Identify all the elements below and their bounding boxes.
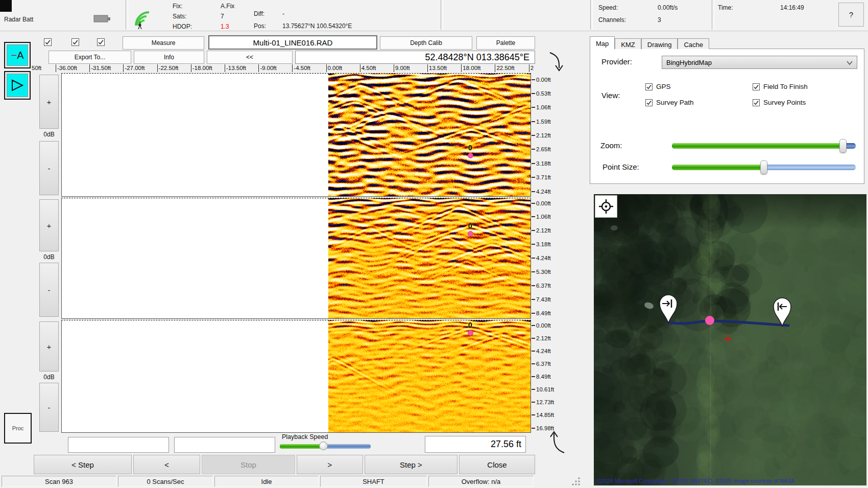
channel-1-gain-plus-button[interactable]: +: [39, 75, 59, 129]
depth-calib-button[interactable]: Depth Calib: [380, 36, 472, 50]
radargram-channel-1: [328, 74, 531, 196]
view-option-label: Field To Finish: [763, 83, 808, 90]
chevron-down-icon: [846, 60, 853, 66]
coordinates-display[interactable]: 52.48428°N 013.38645°E: [295, 51, 535, 64]
view-option-checkbox[interactable]: Field To Finish: [753, 83, 857, 90]
position-display[interactable]: 27.56 ft: [425, 436, 526, 453]
help-button[interactable]: ?: [838, 3, 864, 27]
slider-thumb[interactable]: [839, 139, 847, 153]
view-option-label: Survey Path: [656, 99, 694, 106]
play-back-button[interactable]: <: [133, 455, 200, 474]
step-back-button[interactable]: < Step: [34, 455, 132, 474]
collapse-button[interactable]: <<: [207, 51, 293, 64]
channel-3-gain-value: 0dB: [39, 374, 59, 382]
gps-position-cross: [724, 335, 732, 342]
distance-tick-label: -27.00ft: [123, 64, 157, 72]
view-option-checkbox[interactable]: Survey Points: [753, 99, 857, 106]
view-option-checkbox[interactable]: GPS: [645, 83, 753, 90]
radar-panel-channel-3: [61, 320, 531, 433]
target-marker-channel-2: 0: [466, 223, 475, 237]
palette-button[interactable]: Palette: [476, 36, 535, 50]
channel-1-gain-minus-button[interactable]: -: [39, 141, 59, 195]
target-marker-channel-1: 0: [466, 145, 475, 158]
step-forward-button[interactable]: Step >: [365, 455, 457, 474]
survey-point-dot[interactable]: [705, 316, 714, 325]
slider-thumb[interactable]: [319, 441, 328, 450]
play-button[interactable]: [4, 71, 31, 100]
depth-scale-channel-2: 0.00ft1.06ft2.12ft3.18ft4.24ft5.30ft6.37…: [532, 200, 562, 316]
jump-down-arrow[interactable]: [548, 51, 567, 75]
point-size-slider[interactable]: [672, 165, 856, 170]
slider-thumb[interactable]: [760, 160, 767, 174]
checkbox-icon: [753, 99, 760, 106]
depth-tick-label: 3.18ft: [532, 241, 562, 248]
depth-tick-label: 3.71ft: [532, 174, 562, 181]
survey-point-dot-icon: [468, 231, 473, 237]
distance-tick-label: -36.00ft: [56, 64, 89, 72]
distance-tick-label: 50ft: [32, 64, 56, 72]
channel-3-gain-minus-button[interactable]: -: [39, 383, 59, 432]
hdop-value: 1.3: [221, 23, 229, 30]
center-on-location-button[interactable]: [595, 195, 617, 218]
view-option-checkbox[interactable]: Survey Path: [645, 99, 753, 106]
radar-panel-channel-2: [61, 198, 531, 319]
map-tab[interactable]: Map: [590, 36, 615, 49]
play-icon: [10, 79, 25, 92]
channel-3-gain-plus-button[interactable]: +: [39, 321, 59, 371]
export-to-button[interactable]: Export To...: [49, 51, 131, 64]
channel-2-visible-checkbox[interactable]: [71, 38, 79, 46]
depth-tick-label: 6.37ft: [532, 282, 562, 289]
play-forward-button[interactable]: >: [297, 455, 363, 474]
auto-gain-minus: −: [11, 50, 17, 60]
zoom-label: Zoom:: [600, 141, 622, 150]
resize-grip[interactable]: [570, 476, 582, 487]
depth-tick-label: 2.65ft: [532, 146, 562, 153]
proc-button[interactable]: Proc: [4, 413, 32, 444]
checkbox-icon: [753, 83, 760, 90]
stop-button[interactable]: Stop: [202, 455, 295, 474]
info-button[interactable]: Info: [134, 51, 204, 64]
pos-value: 13.75627°N 100.54320°E: [282, 22, 352, 30]
distance-tick-label: 2: [529, 64, 537, 72]
close-button[interactable]: Close: [459, 455, 535, 474]
depth-tick-label: 0.00ft: [532, 200, 562, 206]
auto-gain-button[interactable]: −A: [4, 42, 31, 68]
playback-speed-slider[interactable]: [280, 444, 371, 449]
depth-tick-label: 8.49ft: [532, 374, 562, 380]
channel-3-visible-checkbox[interactable]: [97, 38, 105, 46]
radar-panel-channel-1: [61, 73, 531, 197]
playback-field-1[interactable]: [68, 437, 169, 453]
view-option-label: GPS: [656, 83, 671, 90]
distance-scale: 50ft-36.00ft-31.50ft-27.00ft-22.50ft-18.…: [32, 64, 537, 72]
pos-label: Pos:: [254, 22, 266, 30]
line-start-pin[interactable]: [660, 295, 677, 323]
map-tab[interactable]: Cache: [678, 38, 709, 49]
depth-tick-label: 0.00ft: [532, 322, 562, 329]
distance-tick-label: 0.00ft: [326, 64, 360, 72]
playback-field-2[interactable]: [174, 437, 275, 453]
depth-tick-label: 8.49ft: [532, 310, 562, 316]
filename-field[interactable]: Multi-01_LINE016.RAD: [208, 35, 377, 50]
depth-tick-label: 2.12ft: [532, 335, 562, 341]
map-tab[interactable]: KMZ: [615, 38, 641, 49]
depth-tick-label: 5.30ft: [532, 268, 562, 275]
app-icon[interactable]: [0, 0, 12, 12]
provider-dropdown[interactable]: BingHybridMap: [662, 56, 857, 69]
survey-path-line[interactable]: [669, 321, 788, 326]
map-zoom-slider[interactable]: [672, 143, 856, 149]
depth-tick-label: 1.06ft: [532, 104, 562, 111]
jump-up-arrow[interactable]: [546, 427, 568, 455]
channel-2-gain-plus-button[interactable]: +: [39, 199, 59, 251]
status-segment: 0 Scans/Sec: [118, 476, 213, 487]
depth-tick-label: 10.61ft: [532, 386, 562, 393]
depth-tick-label: 0.00ft: [532, 76, 562, 83]
fix-label: Fix:: [173, 3, 182, 10]
map-view[interactable]: ©2025 Microsoft Corporation, ©2025 NAVTE…: [594, 194, 866, 485]
depth-tick-label: 4.24ft: [532, 188, 562, 195]
map-tab[interactable]: Drawing: [641, 38, 678, 49]
measure-button[interactable]: Measure: [123, 36, 204, 50]
channel-1-visible-checkbox[interactable]: [44, 38, 52, 46]
channel-2-gain-minus-button[interactable]: -: [39, 263, 59, 317]
line-end-pin[interactable]: [774, 298, 791, 326]
target-marker-channel-3: 0: [466, 322, 475, 336]
